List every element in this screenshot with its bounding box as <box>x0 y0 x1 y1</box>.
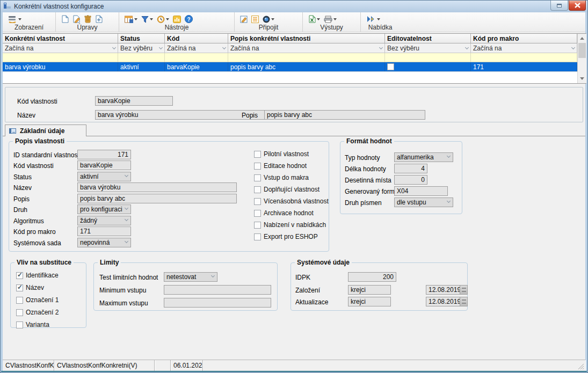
help-button[interactable]: ? <box>185 15 193 23</box>
toolbar-group-zobrazeni: Zobrazení <box>3 12 56 32</box>
scroll-up-icon[interactable] <box>578 34 586 42</box>
toolbar-group-label: Úpravy <box>58 24 117 31</box>
kod-vlastnosti-field[interactable]: barvaKopie <box>77 160 131 170</box>
popis-field[interactable]: popis barvy abc <box>77 194 237 203</box>
column-header[interactable]: Konkrétní vlastnost <box>3 34 118 43</box>
scrollbar-thumb[interactable] <box>578 43 586 58</box>
filter-combo[interactable]: Začíná na <box>228 43 385 53</box>
field-label: Generovaný formát <box>345 187 400 196</box>
checkbox-nabizeni-v-nabidkach[interactable]: Nabízení v nabídkách <box>254 221 326 229</box>
filter-input-cell[interactable] <box>118 53 165 62</box>
grid-vertical-scrollbar[interactable] <box>577 34 586 83</box>
delete-record-button[interactable] <box>84 15 91 23</box>
resize-grip-icon[interactable] <box>578 363 584 370</box>
chart-button[interactable] <box>173 16 181 23</box>
cell-status[interactable]: aktivní <box>118 62 165 71</box>
tab-zakladni-udaje[interactable]: Základní údaje <box>5 125 86 136</box>
filter-combo[interactable]: Začíná na <box>471 43 577 53</box>
column-header[interactable]: Kód pro makro <box>471 34 577 43</box>
id-standardni-vlastnosti-field[interactable]: 171 <box>77 150 131 159</box>
filter-button[interactable] <box>141 16 153 23</box>
checkbox-varianta[interactable]: Varianta <box>16 321 49 328</box>
checkbox-pilotni-vlastnost[interactable]: Pilotní vlastnost <box>254 150 309 158</box>
calendar-icon[interactable] <box>460 297 467 306</box>
restore-button[interactable] <box>550 1 568 11</box>
editovatelnost-checkbox[interactable] <box>387 63 394 70</box>
copy-record-button[interactable] <box>95 15 103 23</box>
nazev-field[interactable]: barva výrobku <box>77 182 237 192</box>
table-tools-icon <box>125 16 133 23</box>
checkbox-doplnujici-vlastnost[interactable]: Doplňující vlastnost <box>254 186 320 193</box>
cell-popis[interactable]: popis barvy abc <box>228 62 385 71</box>
table-row-selected[interactable]: barva výrobku aktivní barvaKopie popis b… <box>3 62 577 72</box>
checkbox-nazev[interactable]: ✓Název <box>16 284 44 291</box>
delka-hodnoty-field[interactable]: 4 <box>394 164 427 173</box>
generovany-format-field[interactable]: X04 <box>394 186 448 196</box>
checkmark-icon: ✓ <box>17 271 23 279</box>
checkbox-vstup-do-makra[interactable]: Vstup do makra <box>254 174 309 181</box>
druh-pismen-dropdown[interactable]: dle vstupu <box>394 198 453 207</box>
checkbox-oznaceni-2[interactable]: Označení 2 <box>16 309 59 316</box>
checkbox-editace-hodnot[interactable]: Editace hodnot <box>254 162 307 170</box>
column-header[interactable]: Editovatelnost <box>385 34 471 43</box>
filter-input-cell[interactable] <box>165 53 228 62</box>
filter-combo[interactable]: Začíná na <box>3 43 118 53</box>
field-label: Aktualizace <box>295 297 328 307</box>
toolbar-group-vystupy: Výstupy <box>303 12 361 32</box>
cell-konkretni-vlastnost[interactable]: barva výrobku <box>3 62 118 71</box>
column-header[interactable]: Status <box>118 34 165 43</box>
filter-input-cell[interactable] <box>385 53 471 62</box>
zalozeni-user-field[interactable]: krejci <box>348 285 391 295</box>
typ-hodnoty-dropdown[interactable]: alfanumerika <box>394 152 453 162</box>
filter-combo[interactable]: Bez výběru <box>118 43 165 53</box>
druh-dropdown[interactable]: pro konfiguraci <box>77 204 131 214</box>
aktualizace-user-field[interactable]: krejci <box>348 297 391 306</box>
systemova-sada-dropdown[interactable]: nepovinná <box>77 238 131 247</box>
aktualizace-date-field[interactable]: 12.08.2019 <box>426 297 468 306</box>
column-header[interactable]: Kód <box>165 34 228 43</box>
chevron-down-icon <box>333 18 337 20</box>
field-label: Délka hodnoty <box>345 164 386 174</box>
test-limitnich-hodnot-dropdown[interactable]: netestovat <box>164 272 217 282</box>
kod-vlastnosti-field[interactable]: barvaKopie <box>95 96 173 106</box>
checkbox-archivace-hodnot[interactable]: Archivace hodnot <box>254 209 314 217</box>
kod-pro-makro-field[interactable]: 171 <box>77 226 131 236</box>
excel-export-button[interactable] <box>308 15 320 23</box>
filter-input-cell[interactable] <box>471 53 577 62</box>
status-dropdown[interactable]: aktivní <box>77 172 131 181</box>
cell-kod-pro-makro[interactable]: 171 <box>471 62 577 71</box>
calendar-icon[interactable] <box>460 286 467 294</box>
cell-kod[interactable]: barvaKopie <box>165 62 228 71</box>
desetinna-mista-field[interactable]: 0 <box>394 175 427 185</box>
media-button[interactable] <box>263 16 274 23</box>
column-header[interactable]: Popis konkrétní vlastnosti <box>228 34 385 43</box>
edit-record-button[interactable] <box>72 15 81 23</box>
maximum-vstupu-field[interactable] <box>164 298 271 308</box>
chevron-down-icon <box>125 217 128 221</box>
checkbox-oznaceni-1[interactable]: Označení 1 <box>16 296 59 304</box>
minimum-vstupu-field[interactable] <box>164 285 271 295</box>
idpk-field[interactable]: 200 <box>348 272 396 282</box>
zalozeni-date-field[interactable]: 12.08.2019 <box>426 285 468 295</box>
close-button[interactable] <box>569 1 586 11</box>
menu-button[interactable] <box>366 16 380 23</box>
history-button[interactable] <box>157 16 169 23</box>
table-tools-button[interactable] <box>125 16 137 23</box>
new-record-button[interactable] <box>61 15 69 23</box>
filter-combo[interactable]: Začíná na <box>165 43 228 53</box>
scroll-down-icon[interactable] <box>578 75 586 83</box>
list-button[interactable] <box>251 16 259 23</box>
checkbox-export-pro-eshop[interactable]: Export pro ESHOP <box>254 233 318 240</box>
note-button[interactable] <box>240 16 248 23</box>
chevron-down-icon <box>465 45 469 49</box>
print-button[interactable] <box>324 16 337 23</box>
checkbox-vicenasobna-vlastnost[interactable]: Vícenásobná vlastnost <box>254 198 329 205</box>
view-button[interactable] <box>8 15 21 23</box>
popis-field[interactable]: popis barvy abc <box>264 110 425 120</box>
checkbox-identifikace[interactable]: ✓Identifikace <box>16 272 59 279</box>
group-popis-vlastnosti: Popis vlastnosti ID standardní vlastnost… <box>9 141 329 252</box>
filter-input-cell[interactable] <box>3 53 118 62</box>
algoritmus-dropdown[interactable]: žádný <box>77 216 131 225</box>
filter-combo[interactable]: Bez výběru <box>385 43 471 53</box>
filter-input-cell[interactable] <box>228 53 385 62</box>
